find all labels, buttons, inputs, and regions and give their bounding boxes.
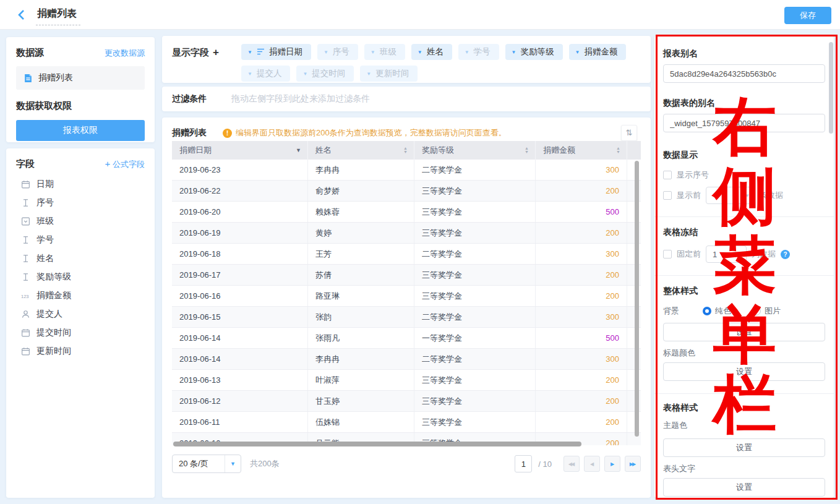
sort-toggle-icon[interactable]: ▲▼ bbox=[525, 147, 529, 154]
chevron-down-icon[interactable]: ▼ bbox=[366, 71, 371, 77]
sort-toggle-icon[interactable]: ▲▼ bbox=[616, 147, 620, 154]
show-first-checkbox[interactable] bbox=[663, 191, 672, 200]
vertical-scrollbar[interactable] bbox=[635, 161, 639, 437]
prev-page-button[interactable]: ◀ bbox=[584, 456, 600, 472]
calendar-icon bbox=[21, 180, 30, 189]
chevron-down-icon[interactable]: ▼ bbox=[418, 49, 422, 55]
theme-color-set-button[interactable]: 设置 bbox=[663, 438, 825, 457]
level-cell: 三等奖学金 bbox=[414, 181, 536, 201]
chip-label: 捐赠日期 bbox=[269, 46, 302, 58]
field-item[interactable]: 奖励等级 bbox=[16, 268, 145, 286]
column-label: 奖励等级 bbox=[422, 145, 454, 156]
freeze-checkbox[interactable] bbox=[663, 250, 672, 258]
warning-icon: ! bbox=[223, 129, 232, 138]
chevron-down-icon[interactable]: ▼ bbox=[465, 49, 469, 55]
bg-image-label: 图片 bbox=[765, 305, 781, 317]
field-item[interactable]: 123捐赠金额 bbox=[16, 286, 145, 305]
field-item[interactable]: 提交人 bbox=[16, 305, 145, 323]
calendar-icon bbox=[21, 328, 30, 337]
page-size-select[interactable]: 20 条/页 ▼ bbox=[172, 455, 241, 473]
table-alias-label: 数据表的别名 bbox=[663, 98, 825, 109]
add-display-field-icon[interactable]: + bbox=[213, 46, 219, 58]
chevron-down-icon[interactable]: ▼ bbox=[512, 49, 516, 55]
display-field-chip[interactable]: ▼班级 bbox=[364, 44, 405, 60]
field-item[interactable]: 学号 bbox=[16, 231, 145, 249]
display-field-chip[interactable]: ▼奖励等级 bbox=[505, 44, 563, 60]
page-size-value: 20 条/页 bbox=[173, 458, 225, 469]
column-header[interactable]: 捐赠日期▼ bbox=[172, 141, 308, 160]
svg-text:123: 123 bbox=[21, 294, 29, 299]
calendar-icon bbox=[21, 347, 30, 356]
show-first-count-select[interactable]: ▼ bbox=[706, 187, 754, 204]
header-text-set-button[interactable]: 设置 bbox=[663, 478, 825, 497]
date-cell: 2019-06-14 bbox=[172, 328, 308, 348]
chip-label: 姓名 bbox=[427, 46, 444, 58]
back-icon[interactable] bbox=[17, 9, 25, 23]
level-cell: 二等奖学金 bbox=[414, 244, 536, 264]
title-color-set-button[interactable]: 设置 bbox=[663, 362, 825, 381]
freeze-suffix: 列数据 bbox=[752, 249, 776, 260]
display-field-chip[interactable]: ▼姓名 bbox=[411, 44, 452, 60]
amount-cell: 500 bbox=[536, 328, 627, 348]
display-fields-card: 显示字段+ ▼捐赠日期▼序号▼班级▼姓名▼学号▼奖励等级▼捐赠金额▼提交人▼提交… bbox=[162, 36, 651, 83]
settings-scrollbar[interactable] bbox=[829, 42, 833, 134]
chevron-down-icon[interactable]: ▼ bbox=[371, 49, 375, 55]
add-formula-field-link[interactable]: + 公式字段 bbox=[105, 158, 145, 170]
bg-solid-radio[interactable] bbox=[703, 307, 711, 315]
chip-label: 学号 bbox=[474, 46, 491, 58]
last-page-button[interactable]: ▶▶ bbox=[625, 456, 641, 472]
background-set-button[interactable]: 设置 bbox=[663, 323, 825, 341]
field-item[interactable]: 班级 bbox=[16, 212, 145, 231]
column-header[interactable]: 姓名▲▼ bbox=[308, 141, 414, 160]
chevron-down-icon[interactable]: ▼ bbox=[247, 49, 252, 55]
save-button[interactable]: 保存 bbox=[784, 7, 831, 24]
chevron-down-icon[interactable]: ▼ bbox=[324, 49, 328, 55]
next-page-button[interactable]: ▶ bbox=[604, 456, 620, 472]
pagination-bar: 20 条/页 ▼ 共200条 / 10 ◀◀ ◀ ▶ ▶▶ bbox=[172, 454, 641, 474]
column-header[interactable]: 奖励等级▲▼ bbox=[414, 141, 536, 160]
show-index-checkbox[interactable] bbox=[663, 171, 672, 179]
chevron-down-icon[interactable]: ▼ bbox=[302, 71, 307, 77]
change-datasource-link[interactable]: 更改数据源 bbox=[105, 48, 145, 59]
field-item[interactable]: 更新时间 bbox=[16, 342, 145, 361]
person-icon bbox=[21, 310, 30, 318]
report-permission-button[interactable]: 报表权限 bbox=[16, 120, 145, 141]
bg-image-radio[interactable] bbox=[752, 307, 761, 315]
field-item[interactable]: 提交时间 bbox=[16, 323, 145, 342]
datasource-item[interactable]: 捐赠列表 bbox=[16, 66, 145, 90]
help-icon[interactable]: ? bbox=[781, 250, 790, 259]
sort-toggle-icon[interactable]: ▲▼ bbox=[403, 147, 408, 154]
filter-card[interactable]: 过滤条件 拖动左侧字段到此处来添加过滤条件 bbox=[162, 87, 651, 111]
column-header[interactable]: 捐赠金额▲▼ bbox=[536, 141, 627, 160]
field-item[interactable]: 日期 bbox=[16, 175, 145, 194]
freeze-count-select[interactable]: 1▼ bbox=[706, 246, 747, 263]
field-item[interactable]: 序号 bbox=[16, 194, 145, 212]
page-number-input[interactable] bbox=[515, 455, 532, 472]
display-field-chip[interactable]: ▼提交人 bbox=[241, 66, 290, 82]
horizontal-scrollbar[interactable] bbox=[173, 442, 581, 446]
field-label: 奖励等级 bbox=[36, 271, 71, 283]
chevron-down-icon[interactable]: ▼ bbox=[575, 49, 580, 55]
report-alias-input[interactable] bbox=[663, 64, 825, 83]
name-cell: 张韵 bbox=[308, 307, 414, 327]
freeze-title: 表格冻结 bbox=[663, 227, 825, 238]
date-cell: 2019-06-15 bbox=[172, 307, 308, 327]
chevron-down-icon[interactable]: ▼ bbox=[247, 71, 252, 77]
table-alias-input[interactable] bbox=[663, 114, 825, 132]
amount-cell: 200 bbox=[536, 412, 627, 432]
chip-label: 提交人 bbox=[257, 68, 282, 79]
display-field-chip[interactable]: ▼更新时间 bbox=[360, 66, 418, 82]
sort-desc-icon[interactable]: ▼ bbox=[296, 147, 301, 153]
display-field-chip[interactable]: ▼提交时间 bbox=[296, 66, 354, 82]
display-field-chip[interactable]: ▼捐赠金额 bbox=[569, 44, 627, 60]
field-item[interactable]: 姓名 bbox=[16, 249, 145, 268]
level-cell: 二等奖学金 bbox=[414, 160, 536, 180]
first-page-button[interactable]: ◀◀ bbox=[564, 456, 580, 472]
display-field-chip[interactable]: ▼学号 bbox=[458, 44, 499, 60]
plus-icon: + bbox=[105, 158, 111, 169]
name-cell: 伍姝锦 bbox=[308, 412, 414, 432]
display-field-chip[interactable]: ▼序号 bbox=[317, 44, 358, 60]
display-field-chip[interactable]: ▼捐赠日期 bbox=[241, 44, 311, 60]
sort-order-icon[interactable]: ⇅ bbox=[621, 125, 637, 141]
amount-cell: 200 bbox=[536, 286, 627, 306]
